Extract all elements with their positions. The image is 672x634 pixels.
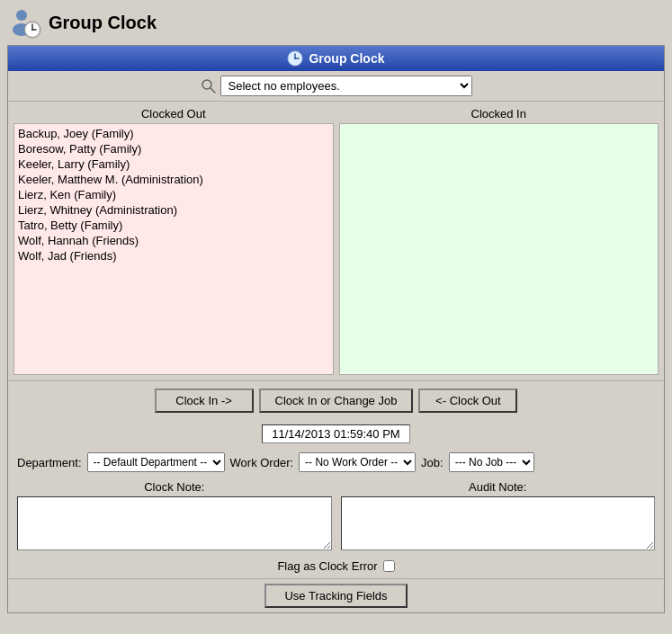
svg-line-12 [211,88,215,93]
app-icon [9,6,41,39]
list-item[interactable]: Lierz, Ken (Family) [16,187,331,202]
datetime-display: 11/14/2013 01:59:40 PM [262,424,409,443]
svg-point-10 [294,58,296,59]
clocked-out-section: Clocked Out Backup, Joey (Family) Boreso… [13,107,334,375]
flag-row: Flag as Clock Error [8,554,664,578]
department-select[interactable]: -- Default Department -- [87,452,225,472]
use-tracking-fields-button[interactable]: Use Tracking Fields [264,584,407,608]
clock-note-textarea[interactable] [17,496,332,550]
clock-out-button[interactable]: <- Clock Out [418,388,517,413]
list-item[interactable]: Backup, Joey (Family) [16,126,331,141]
panel-header-text: Group Clock [309,51,384,66]
dropdown-row: Select no employees. Select all employee… [8,71,664,102]
flag-checkbox[interactable] [383,560,395,572]
clock-in-button[interactable]: Clock In -> [155,388,254,413]
action-buttons-row: Clock In -> Clock In or Change Job <- Cl… [8,380,664,420]
list-item[interactable]: Tatro, Betty (Family) [16,218,331,233]
job-label: Job: [421,456,444,469]
datetime-row: 11/14/2013 01:59:40 PM [8,420,664,448]
job-select[interactable]: --- No Job --- [449,452,534,472]
lists-area: Clocked Out Backup, Joey (Family) Boreso… [8,102,664,380]
title-bar: Group Clock [0,0,672,45]
workorder-select[interactable]: -- No Work Order -- [299,452,416,472]
clocked-out-list[interactable]: Backup, Joey (Family) Boresow, Patty (Fa… [13,123,334,375]
list-item[interactable]: Wolf, Hannah (Friends) [16,233,331,248]
employee-select-dropdown[interactable]: Select no employees. Select all employee… [220,76,472,96]
clock-note-label: Clock Note: [17,480,332,494]
notes-area: Clock Note: Audit Note: [8,477,664,554]
list-item[interactable]: Keeler, Larry (Family) [16,156,331,172]
clock-header-icon [287,50,303,67]
clock-in-change-button[interactable]: Clock In or Change Job [259,388,414,413]
audit-note-label: Audit Note: [341,480,656,494]
svg-point-6 [31,29,33,31]
fields-row: Department: -- Default Department -- Wor… [8,448,664,477]
department-label: Department: [17,456,82,469]
bottom-row: Use Tracking Fields [8,578,664,612]
list-item[interactable]: Wolf, Jad (Friends) [16,248,331,263]
search-icon [201,78,217,94]
list-item[interactable]: Lierz, Whitney (Administration) [16,202,331,218]
main-panel: Group Clock Select no employees. Select … [7,45,665,613]
list-item[interactable]: Boresow, Patty (Family) [16,141,331,156]
clocked-out-label: Clocked Out [13,107,334,121]
list-item[interactable]: Keeler, Matthew M. (Administration) [16,172,331,187]
workorder-label: Work Order: [230,456,294,469]
app-title: Group Clock [49,13,157,33]
clocked-in-list[interactable] [339,123,659,375]
audit-note-textarea[interactable] [341,496,656,550]
panel-header: Group Clock [8,46,664,71]
svg-point-0 [16,10,27,21]
clocked-in-section: Clocked In [339,107,659,375]
flag-label: Flag as Clock Error [277,559,377,573]
audit-note-section: Audit Note: [341,480,656,550]
clocked-in-label: Clocked In [339,107,659,121]
clock-note-section: Clock Note: [17,480,332,550]
